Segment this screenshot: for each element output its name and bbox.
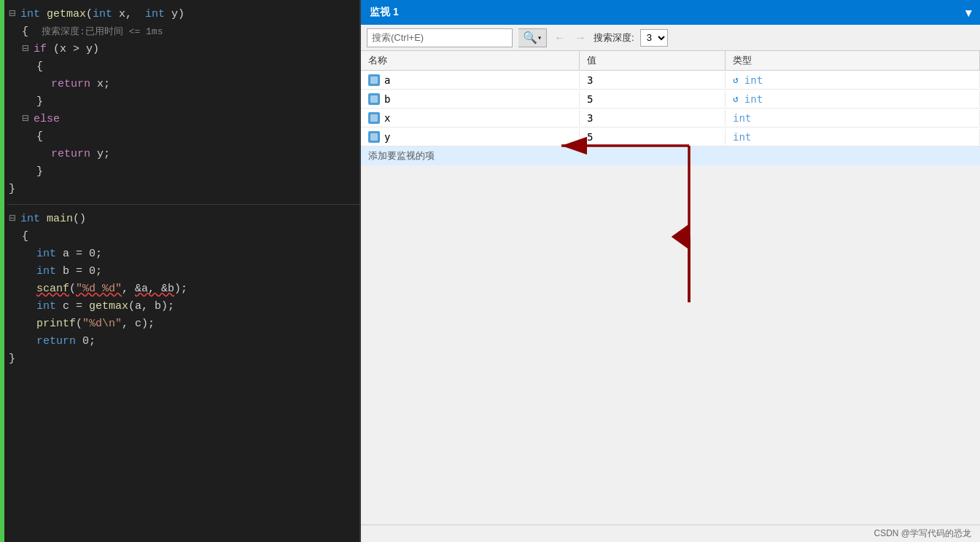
code-line: } (7, 350, 359, 368)
code-line: ⊟ if (x > y) (7, 41, 359, 58)
watch-cell-type-b: ↺ int (726, 91, 980, 107)
add-watch-label: 添加要监视的项 (361, 147, 580, 165)
watch-row-a[interactable]: a 3 ↺ int (361, 71, 980, 90)
search-label: 搜索(Ctrl+E) (372, 31, 424, 44)
col-value: 值 (580, 51, 726, 70)
search-box[interactable]: 搜索(Ctrl+E) (367, 28, 513, 47)
code-line: } (7, 163, 359, 181)
search-icon-btn[interactable]: 🔍 ▾ (518, 28, 547, 47)
scanf-line: scanf ( "%d %d" , &a, &b ); (7, 280, 359, 298)
collapse-icon[interactable]: ⊟ (9, 211, 20, 227)
code-line: { (7, 228, 359, 246)
nav-forward-button[interactable]: → (573, 31, 588, 44)
add-watch-value (580, 154, 726, 158)
code-line: return y; (7, 146, 359, 163)
search-icon: 🔍 (523, 31, 537, 45)
watch-close-button[interactable]: ▾ (965, 6, 971, 20)
code-line: } (7, 181, 359, 198)
var-icon-y (368, 131, 380, 143)
var-icon-x (368, 112, 380, 124)
watch-cell-type-x: int (726, 110, 980, 126)
watch-cell-name-y: y (361, 129, 580, 145)
watch-body: 名称 值 类型 a 3 ↺ int b (361, 51, 980, 525)
code-line: int b = 0; (7, 263, 359, 280)
watch-cell-type-y: int (726, 129, 980, 145)
refresh-icon-a: ↺ (733, 74, 739, 85)
watch-row-y[interactable]: y 5 int (361, 127, 980, 146)
watch-titlebar: 监视 1 ▾ (361, 0, 980, 25)
nav-back-button[interactable]: ← (553, 31, 567, 44)
code-line: int a = 0; (7, 246, 359, 263)
watch-table-header: 名称 值 类型 (361, 51, 980, 71)
watch-row-x[interactable]: x 3 int (361, 109, 980, 127)
code-editor: ⊟ int getmax ( int x, int y) { 搜索深度: 已用时… (0, 0, 361, 542)
watch-footer: CSDN @学写代码的恐龙 (361, 525, 980, 542)
code-divider (7, 204, 359, 205)
code-line: } (7, 93, 359, 111)
code-line: return 0; (7, 333, 359, 350)
watch-cell-value-a: 3 (580, 72, 726, 88)
code-line: ⊟ int main () (7, 211, 359, 228)
code-line: { (7, 128, 359, 146)
watch-panel: 监视 1 ▾ 搜索(Ctrl+E) 🔍 ▾ ← → 搜索深度: 3 1 2 4 … (361, 0, 980, 542)
dropdown-icon: ▾ (537, 34, 542, 42)
watch-cell-type-a: ↺ int (726, 72, 980, 88)
watch-cell-name: a (361, 72, 580, 88)
watch-table: 名称 值 类型 a 3 ↺ int b (361, 51, 980, 165)
code-line: ⊟ int getmax ( int x, int y) (7, 6, 359, 23)
watch-cell-name-x: x (361, 110, 580, 126)
watch-cell-value-b: 5 (580, 91, 726, 107)
collapse-icon[interactable]: ⊟ (9, 6, 20, 23)
depth-select[interactable]: 3 1 2 4 5 (640, 29, 668, 47)
code-line: { (7, 58, 359, 76)
watch-row-b[interactable]: b 5 ↺ int (361, 90, 980, 109)
collapse-icon[interactable]: ⊟ (22, 41, 34, 58)
collapse-icon[interactable]: ⊟ (22, 111, 34, 127)
watch-toolbar: 搜索(Ctrl+E) 🔍 ▾ ← → 搜索深度: 3 1 2 4 5 (361, 25, 980, 51)
add-watch-type (726, 154, 980, 158)
watch-title: 监视 1 (370, 6, 399, 19)
code-line: int c = getmax (a, b); (7, 298, 359, 315)
var-icon-a (368, 74, 380, 86)
var-icon-b (368, 93, 380, 105)
code-line: { 搜索深度: 已用时间 <= 1ms (7, 23, 359, 41)
col-name: 名称 (361, 51, 580, 70)
code-line: ⊟ else (7, 111, 359, 128)
col-type: 类型 (726, 51, 980, 70)
add-watch-row[interactable]: 添加要监视的项 (361, 146, 980, 165)
footer-text: CSDN @学写代码的恐龙 (874, 527, 971, 540)
code-line: return x; (7, 76, 359, 93)
refresh-icon-b: ↺ (733, 93, 739, 104)
watch-cell-value-y: 5 (580, 129, 726, 145)
green-bar (0, 0, 4, 542)
watch-cell-value-x: 3 (580, 110, 726, 126)
watch-cell-name-b: b (361, 91, 580, 107)
depth-label: 搜索深度: (594, 31, 634, 44)
code-line: printf ( "%d\n" , c); (7, 315, 359, 333)
